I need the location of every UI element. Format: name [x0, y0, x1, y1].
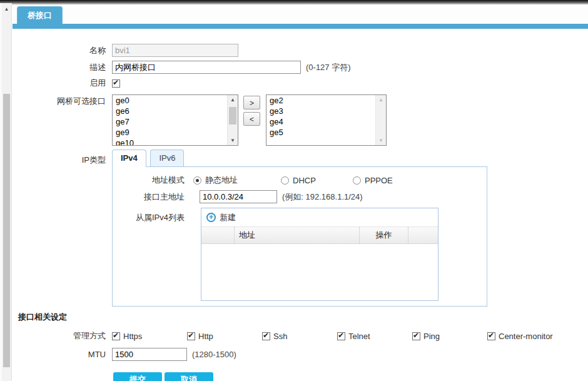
tab-strip: 桥接口: [13, 5, 588, 24]
tab-underline-bar: [13, 24, 588, 29]
checkbox-label: Http: [198, 332, 213, 341]
mtu-row: MTU (1280-1500): [13, 348, 588, 361]
radio-label: PPPOE: [365, 176, 393, 185]
available-ports-scrollbar[interactable]: ▲ ▼: [227, 95, 238, 145]
selected-ports-listbox[interactable]: ge2 ge3 ge4 ge5 ▲ ▼: [266, 94, 387, 146]
list-option[interactable]: ge7: [113, 116, 226, 127]
plus-circle-icon: +: [206, 213, 216, 222]
section-title-interface-settings: 接口相关设定: [18, 312, 588, 323]
tab-bridge-interface[interactable]: 桥接口: [17, 6, 63, 24]
header-cell-trailing: [408, 227, 438, 243]
name-label: 名称: [13, 45, 106, 56]
primary-address-input[interactable]: [200, 190, 277, 203]
list-option[interactable]: ge4: [266, 116, 375, 127]
description-input[interactable]: [112, 61, 301, 74]
scroll-up-icon[interactable]: ▲: [228, 97, 238, 103]
header-cell-address: 地址: [234, 227, 359, 243]
scroll-thumb[interactable]: [229, 107, 236, 124]
available-ports-listbox[interactable]: ge0 ge6 ge7 ge9 ge10 ▲ ▼: [112, 94, 238, 146]
checkbox-center-monitor[interactable]: Center-monitor: [487, 332, 553, 341]
move-right-button[interactable]: >: [243, 96, 260, 109]
secondary-table-toolbar: + 新建: [201, 208, 438, 226]
checkbox-http[interactable]: Http: [187, 332, 262, 341]
new-address-label: 新建: [220, 212, 236, 223]
description-row: 描述 (0-127 字符): [13, 61, 588, 74]
bridge-ports-row: 网桥可选接口 ge0 ge6 ge7 ge9 ge10 ▲ ▼ > <: [13, 94, 588, 146]
action-buttons: 提交 取消: [113, 372, 588, 381]
scrollbar-thumb[interactable]: [3, 94, 10, 367]
move-left-button[interactable]: <: [243, 112, 260, 126]
mtu-hint: (1280-1500): [192, 350, 236, 359]
enable-label: 启用: [13, 78, 106, 89]
checkbox-label: Telnet: [348, 332, 370, 341]
checkbox-checked-icon[interactable]: [262, 332, 270, 340]
checkbox-label: Https: [123, 332, 142, 341]
primary-address-label: 接口主地址: [113, 191, 185, 203]
list-option[interactable]: ge10: [113, 138, 226, 146]
checkbox-checked-icon[interactable]: [337, 332, 345, 340]
selected-ports-options: ge2 ge3 ge4 ge5: [266, 95, 386, 138]
checkbox-label: Ping: [423, 332, 440, 341]
checkbox-label: Center-monitor: [499, 332, 553, 341]
description-label: 描述: [13, 62, 106, 73]
ip-type-block: IPv4 IPv6 地址模式 静态地址 DHCP: [112, 150, 487, 307]
radio-icon[interactable]: [281, 176, 289, 185]
ip-type-row: IP类型 IPv4 IPv6 地址模式 静态地址: [13, 150, 588, 307]
enable-checkbox-icon[interactable]: [112, 79, 120, 88]
list-option[interactable]: ge2: [266, 95, 375, 106]
list-option[interactable]: ge9: [113, 127, 226, 138]
radio-pppoe[interactable]: PPPOE: [353, 176, 393, 185]
radio-static-address[interactable]: 静态地址: [193, 175, 281, 186]
primary-address-row: 接口主地址 (例如: 192.168.1.1/24): [113, 190, 487, 203]
scroll-down-icon[interactable]: ▼: [228, 138, 238, 143]
list-option[interactable]: ge3: [266, 106, 375, 116]
list-option[interactable]: ge0: [113, 95, 226, 106]
cancel-button[interactable]: 取消: [165, 372, 213, 381]
secondary-table-header: 地址 操作: [201, 226, 438, 244]
checkbox-label: Ssh: [273, 332, 287, 341]
page-vertical-scrollbar[interactable]: ▲: [0, 3, 12, 381]
name-input[interactable]: [112, 44, 238, 57]
radio-selected-icon[interactable]: [193, 176, 201, 185]
scroll-up-icon[interactable]: ▲: [376, 97, 386, 103]
checkbox-ssh[interactable]: Ssh: [262, 332, 337, 341]
header-cell-empty: [201, 227, 234, 243]
enable-row: 启用: [13, 78, 588, 89]
header-cell-operation: 操作: [359, 227, 408, 243]
scroll-down-icon[interactable]: ▼: [376, 138, 386, 143]
checkbox-checked-icon[interactable]: [412, 332, 420, 340]
radio-icon[interactable]: [353, 176, 361, 185]
checkbox-checked-icon[interactable]: [487, 332, 495, 340]
list-option[interactable]: ge6: [113, 106, 226, 116]
checkbox-ping[interactable]: Ping: [412, 332, 487, 341]
selected-ports-scrollbar[interactable]: ▲ ▼: [375, 95, 386, 145]
checkbox-telnet[interactable]: Telnet: [337, 332, 412, 341]
secondary-ipv4-table: + 新建 地址 操作: [201, 208, 438, 301]
tab-ipv6[interactable]: IPv6: [150, 150, 184, 166]
bridge-form: 名称 描述 (0-127 字符) 启用 网桥可选接口 ge0 ge6 ge7 g…: [13, 29, 588, 381]
tab-ipv4[interactable]: IPv4: [112, 150, 146, 167]
ip-tabs: IPv4 IPv6: [112, 150, 487, 167]
checkbox-checked-icon[interactable]: [187, 332, 195, 340]
checkbox-checked-icon[interactable]: [112, 332, 120, 340]
name-row: 名称: [13, 44, 588, 57]
bridge-ports-label: 网桥可选接口: [13, 94, 106, 107]
management-label: 管理方式: [13, 330, 106, 342]
scrollbar-up-icon[interactable]: ▲: [2, 3, 11, 14]
radio-dhcp[interactable]: DHCP: [281, 176, 353, 185]
list-option[interactable]: ge5: [266, 127, 375, 138]
new-address-button[interactable]: + 新建: [206, 212, 236, 223]
address-mode-label: 地址模式: [113, 175, 185, 186]
secondary-list-row: 从属IPv4列表 + 新建 地址 操作: [113, 208, 487, 301]
submit-button[interactable]: 提交: [113, 372, 162, 381]
available-ports-options: ge0 ge6 ge7 ge9 ge10: [113, 95, 238, 146]
mtu-label: MTU: [13, 350, 106, 359]
mtu-input[interactable]: [112, 348, 187, 361]
checkbox-https[interactable]: Https: [112, 332, 187, 341]
radio-label: DHCP: [293, 176, 316, 185]
management-row: 管理方式 Https Http Ssh Telnet Ping: [13, 330, 588, 342]
ip-type-label: IP类型: [13, 150, 106, 166]
ipv4-panel: 地址模式 静态地址 DHCP PPPOE: [112, 166, 487, 307]
radio-label: 静态地址: [205, 175, 238, 186]
description-hint: (0-127 字符): [306, 62, 351, 73]
